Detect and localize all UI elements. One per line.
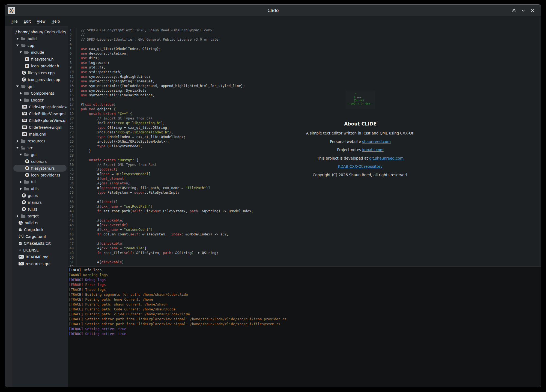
log-entry-trace: [TRACE] Pushing path: shaun Current: /ho… — [69, 302, 541, 307]
tree-item-build-rs[interactable]: Rbuild.rs — [13, 219, 67, 226]
tree-item-components[interactable]: Components — [13, 90, 67, 97]
code-text: #[cxx_override] — [76, 223, 541, 227]
tree-root-path[interactable]: / home/ shaun/ Code/ clide/ — [13, 28, 67, 35]
tree-item-utils[interactable]: utils — [13, 185, 67, 192]
code-line: 5use cxx_qt_lib::{QModelIndex, QString}; — [68, 46, 541, 51]
tree-item-gui[interactable]: gui — [13, 151, 67, 158]
code-editor[interactable]: 1// SPDX-FileCopyrightText: 2026, Shaun … — [68, 26, 541, 267]
tree-item-cpp[interactable]: cpp — [13, 42, 67, 49]
minimize-button[interactable] — [521, 8, 526, 13]
qt-file-icon: Qt — [19, 262, 24, 265]
title-bar[interactable]: Clide — [5, 5, 541, 16]
menu-file[interactable]: File — [8, 18, 21, 25]
code-line: 52 — [68, 264, 541, 267]
log-entry-trace: [TRACE] Trace logs — [69, 287, 541, 292]
tree-item-filesystem-rs[interactable]: Rfilesystem.rs — [13, 165, 67, 172]
tree-item-qml[interactable]: qml — [13, 83, 67, 90]
line-number: 37 — [68, 195, 76, 199]
code-line: 37 — [68, 195, 541, 199]
tree-item-resources-qrc[interactable]: Qtresources.qrc — [13, 260, 67, 267]
tree-item-main-qml[interactable]: Qtmain.qml — [13, 131, 67, 137]
line-number: 45 — [68, 232, 76, 237]
tree-item-icon-provider-cpp[interactable]: Cicon_provider.cpp — [13, 76, 67, 83]
tree-item-icon-provider-h[interactable]: Hicon_provider.h — [13, 62, 67, 69]
tree-item-icon-provider-rs[interactable]: Ricon_provider.rs — [13, 172, 67, 178]
line-number: 22 — [68, 125, 76, 130]
link-shaunreed-com[interactable]: shaunreed.com — [362, 139, 391, 144]
chevron-down-icon[interactable] — [16, 146, 19, 149]
code-text: #[qml_singleton] — [76, 181, 541, 185]
tree-item-target[interactable]: target — [13, 213, 67, 219]
tree-item-cmakelists-txt[interactable]: CMakeLists.txt — [13, 240, 67, 247]
chevron-right-icon[interactable] — [19, 92, 22, 95]
tree-item-clideeditorview-qml[interactable]: QtClideEditorView.qml — [13, 110, 67, 117]
tree-item-license[interactable]: ✶LICENSE — [13, 247, 67, 253]
chevron-right-icon[interactable] — [19, 99, 22, 101]
menu-view[interactable]: View — [34, 18, 49, 25]
about-panel: * |.===. {}o o{} --ooO--(_)--Ooo-- About… — [289, 91, 432, 181]
line-number: 9 — [68, 65, 76, 70]
tree-item-readme-md[interactable]: M↓README.md — [13, 253, 67, 260]
menu-help[interactable]: Help — [49, 18, 63, 25]
line-number: 29 — [68, 158, 76, 162]
code-text: #[cxx_name = "readFile"] — [76, 246, 541, 250]
tree-item-clideapplicationview-qml[interactable]: QtClideApplicationView.qml — [13, 103, 67, 110]
code-line: 42 #[qinvokable] — [68, 218, 541, 223]
line-number: 11 — [68, 74, 76, 79]
chevron-right-icon[interactable] — [19, 181, 22, 183]
tree-item-clideexplorerview-qml[interactable]: QtClideExplorerView.qml — [13, 117, 67, 124]
tree-item-resources[interactable]: resources — [13, 137, 67, 144]
code-line: 12use syntect::highlighting::ThemeSet; — [68, 79, 541, 83]
chevron-right-icon[interactable] — [19, 187, 22, 190]
tree-item-build[interactable]: build — [13, 35, 67, 42]
chevron-right-icon[interactable] — [16, 37, 19, 40]
tree-item-label: include — [31, 50, 44, 55]
shade-button[interactable] — [511, 8, 517, 13]
line-number: 12 — [68, 79, 76, 83]
chevron-down-icon[interactable] — [19, 51, 22, 53]
tree-item-cargo-toml[interactable]: [T]Cargo.toml — [13, 233, 67, 240]
chevron-right-icon[interactable] — [16, 215, 19, 217]
tree-item-include[interactable]: include — [13, 49, 67, 56]
folder-closed-icon — [24, 98, 29, 102]
code-line: 50 — [68, 255, 541, 260]
link-knoats-com[interactable]: knoats.com — [362, 148, 383, 152]
chevron-down-icon[interactable] — [16, 85, 19, 88]
menu-edit[interactable]: Edit — [21, 18, 34, 25]
link-git-shaunreed-com[interactable]: git.shaunreed.com — [369, 156, 404, 160]
tree-item-tui-rs[interactable]: Rtui.rs — [13, 206, 67, 213]
log-console[interactable]: [INFO] Info logs[WARN] Warning logs[DEBU… — [68, 267, 541, 387]
tree-item-src[interactable]: src — [13, 144, 67, 151]
tree-item-filesystem-cpp[interactable]: Cfilesystem.cpp — [13, 69, 67, 76]
close-button[interactable] — [530, 8, 535, 13]
tree-item-main-rs[interactable]: Rmain.rs — [13, 199, 67, 206]
folder-closed-icon — [24, 187, 29, 191]
chevron-right-icon[interactable] — [16, 140, 19, 142]
tree-item-gui-rs[interactable]: Rgui.rs — [13, 192, 67, 199]
tree-item-cargo-lock[interactable]: Cargo.lock — [13, 226, 67, 233]
tree-item-label: ClideExplorerView.qml — [29, 118, 67, 123]
about-description: A simple text editor written in Rust and… — [289, 131, 432, 135]
folder-closed-icon — [20, 37, 26, 41]
tree-item-logger[interactable]: Logger — [13, 97, 67, 103]
clide-ascii-logo: * |.===. {}o o{} --ooO--(_)--Ooo-- — [345, 91, 375, 109]
chevron-down-icon[interactable] — [16, 44, 19, 47]
tree-item-tui[interactable]: tui — [13, 178, 67, 185]
link-kdab-cxx-qt-repository[interactable]: KDAB CXX-Qt repository — [338, 164, 383, 169]
line-number: 51 — [68, 260, 76, 264]
code-text — [76, 195, 541, 199]
chevron-down-icon[interactable] — [19, 153, 22, 156]
code-text: use devicons::FileIcon; — [76, 51, 541, 56]
code-text: // — [76, 32, 541, 37]
file-explorer[interactable]: / home/ shaun/ Code/ clide/ buildcppincl… — [12, 27, 68, 387]
tree-item-filesystem-h[interactable]: Hfilesystem.h — [13, 56, 67, 62]
toml-file-icon: [T] — [19, 235, 23, 238]
folder-open-icon — [20, 44, 26, 47]
qt-file-icon: Qt — [22, 119, 27, 122]
tree-item-colors-rs[interactable]: Rcolors.rs — [13, 158, 67, 165]
line-number: 10 — [68, 70, 76, 74]
code-text: #[qproperty(QString, file_path, cxx_name… — [76, 185, 541, 190]
tree-item-clidetreeview-qml[interactable]: QtClideTreeView.qml — [13, 124, 67, 131]
rust-file-icon: R — [22, 207, 26, 211]
app-window: Clide FileEditViewHelp / — [5, 4, 541, 387]
